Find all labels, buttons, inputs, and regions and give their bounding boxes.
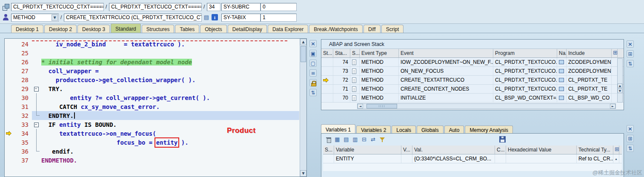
sy-subrc-value[interactable]: 0 (260, 3, 297, 11)
variables-column-header-c[interactable]: C... (495, 146, 506, 154)
variables-column-header-variable[interactable]: Variable (334, 146, 401, 154)
close-icon[interactable] (627, 125, 634, 132)
navigate-icon[interactable] (557, 85, 567, 93)
tab-detaildisplay[interactable]: DetailDisplay (228, 25, 267, 33)
list-icon[interactable] (309, 69, 317, 77)
filter-icon[interactable] (378, 136, 386, 143)
line-number-field[interactable]: 34 (207, 3, 220, 11)
source-code-editor[interactable]: 24 iv_node_2_bind = textattrcuco ).2526*… (4, 38, 307, 177)
tab-diff[interactable]: Diff (364, 25, 381, 33)
stack-row[interactable]: 73METHODON_NEW_FOCUSCL_PRDTXT_TEXTCUCO..… (321, 67, 624, 76)
fold-marker-icon[interactable] (32, 129, 41, 138)
stack-column-header-na[interactable]: Na... (557, 49, 567, 57)
sy-tabix-value[interactable]: 1 (260, 14, 297, 22)
fold-marker-icon[interactable] (32, 147, 41, 156)
variables-column-header-v[interactable]: V... (401, 146, 412, 154)
scrollbar-thumb[interactable] (366, 104, 397, 108)
stack-column-header-s[interactable]: S... (350, 49, 360, 57)
source-display-icon[interactable]: ▤ (203, 14, 210, 20)
tab-variables-1[interactable]: Variables 1 (321, 124, 355, 134)
stack-row[interactable]: 74METHODIOW_ZCODEPLOYMENT~ON_NEW_F...CL_… (321, 58, 624, 67)
tab-desktop-1[interactable]: Desktop 1 (11, 25, 43, 33)
code-line[interactable]: 35 focus_bo = entity ). (5, 138, 299, 147)
navigate-icon[interactable] (557, 67, 567, 75)
fold-marker-icon[interactable] (32, 84, 41, 93)
save-icon[interactable] (499, 136, 506, 143)
stack-column-header-event[interactable]: Event (399, 49, 493, 57)
tab-data-explorer[interactable]: Data Explorer (268, 25, 308, 33)
tab-globals[interactable]: Globals (417, 126, 444, 134)
chevron-down-icon[interactable]: ▼ (52, 14, 58, 21)
tab-tables[interactable]: Tables (175, 25, 199, 33)
scroll-right-icon[interactable]: ► (610, 104, 615, 108)
stack-column-header-program[interactable]: Program (493, 49, 557, 57)
close-icon[interactable] (309, 40, 317, 47)
variable-row[interactable]: ENTITY{O:3340*\CLASS=CL_CRM_BO...Ref to … (323, 154, 622, 163)
stack-column-header-include[interactable]: Include (567, 49, 612, 57)
tab-locals[interactable]: Locals (392, 126, 416, 134)
code-line[interactable]: 29 TRY. (5, 84, 299, 93)
navigate-icon[interactable] (557, 94, 567, 102)
swap-rows-icon[interactable] (369, 136, 377, 143)
navigate-icon[interactable] (557, 58, 567, 66)
tab-desktop-2[interactable]: Desktop 2 (44, 25, 77, 33)
table-columns-icon[interactable] (361, 136, 368, 143)
sy-subrc-field[interactable]: SY-SUBRC (221, 3, 260, 11)
fold-marker-icon[interactable] (32, 93, 41, 102)
scroll-down-icon[interactable]: ▼ (618, 88, 622, 93)
source-name-field[interactable]: CL_PRDTXT_TEXTCUCO_CTXT======.. (109, 3, 202, 11)
tab-memory-analysis[interactable]: Memory Analysis (465, 126, 513, 134)
display-icon[interactable] (309, 60, 317, 67)
services-icon[interactable] (309, 50, 317, 57)
tab-standard[interactable]: Standard (111, 23, 141, 33)
tab-objects[interactable]: Objects (200, 25, 227, 33)
tab-break-watchpoints[interactable]: Break./Watchpoints (309, 25, 363, 33)
stack-row[interactable]: 70METHODINITIALIZECL_BSP_WD_CONTEXT=...C… (321, 94, 624, 103)
code-line[interactable]: 25 (5, 49, 299, 57)
navigate-icon[interactable] (557, 76, 567, 84)
close-icon[interactable] (627, 40, 634, 48)
sy-tabix-field[interactable]: SY-TABIX (221, 14, 260, 22)
stack-vertical-scrollbar[interactable]: ▲ ▼ (617, 58, 623, 103)
fold-marker-icon[interactable] (32, 111, 41, 120)
code-line[interactable]: 36 endif. (5, 147, 299, 156)
code-line[interactable]: 31 CATCH cx_sy_move_cast_error. (5, 102, 299, 111)
table-settings-icon[interactable] (613, 146, 619, 154)
variables-column-header-s[interactable]: S... (323, 146, 334, 154)
scroll-up-icon[interactable]: ▲ (618, 83, 622, 88)
scrollbar-thumb[interactable] (301, 46, 306, 62)
code-line[interactable]: 26* initial setting for dependant model … (5, 57, 299, 66)
scroll-left-icon[interactable]: ◄ (358, 104, 363, 108)
event-type-combo[interactable]: METHOD ▼ (11, 14, 59, 22)
editor-vertical-scrollbar[interactable]: ▲ ▼ (300, 39, 306, 177)
fold-marker-icon[interactable] (32, 138, 41, 147)
tab-script[interactable]: Script (381, 25, 404, 33)
code-line[interactable]: 28 productcuco->get_collection_wrapper( … (5, 75, 299, 84)
code-line[interactable]: 30 entity ?= coll_wrapper->get_current( … (5, 93, 299, 102)
swap-icon[interactable] (627, 145, 634, 152)
swap-icon[interactable] (627, 60, 634, 67)
stack-column-header-sta[interactable]: Sta... (333, 49, 350, 57)
main-program-field[interactable]: CL_PRDTXT_TEXTCUCO_CTXT======.. (11, 3, 104, 11)
code-line[interactable]: 27 coll_wrapper = (5, 66, 299, 75)
table-settings-icon[interactable] (627, 50, 634, 57)
variables-column-header-val[interactable]: Val. (412, 146, 495, 154)
scroll-up-icon[interactable]: ▲ (300, 39, 306, 45)
tab-structures[interactable]: Structures (142, 25, 175, 33)
delete-icon[interactable] (325, 136, 332, 143)
tab-variables-2[interactable]: Variables 2 (356, 126, 391, 134)
table-append-icon[interactable] (352, 136, 359, 143)
scroll-down-icon[interactable]: ▼ (300, 170, 306, 177)
variables-column-header-technical-ty[interactable]: Technical Ty... (577, 146, 613, 154)
table-display-icon[interactable] (343, 136, 350, 143)
table-settings-icon[interactable] (627, 135, 634, 142)
table-create-icon[interactable] (334, 136, 341, 143)
swap-icon[interactable] (309, 89, 317, 96)
tab-auto[interactable]: Auto (444, 126, 464, 134)
stack-horizontal-scrollbar[interactable]: ◄ ► (357, 103, 616, 109)
tab-desktop-3[interactable]: Desktop 3 (77, 25, 110, 33)
code-line[interactable]: 24 iv_node_2_bind = textattrcuco ). (5, 40, 299, 49)
lock-icon[interactable] (309, 79, 317, 86)
stack-row[interactable]: 71METHODCREATE_CONTEXT_NODESCL_PRDTXT_TE… (321, 85, 624, 94)
code-line[interactable]: 32 ENDTRY. (5, 111, 299, 120)
